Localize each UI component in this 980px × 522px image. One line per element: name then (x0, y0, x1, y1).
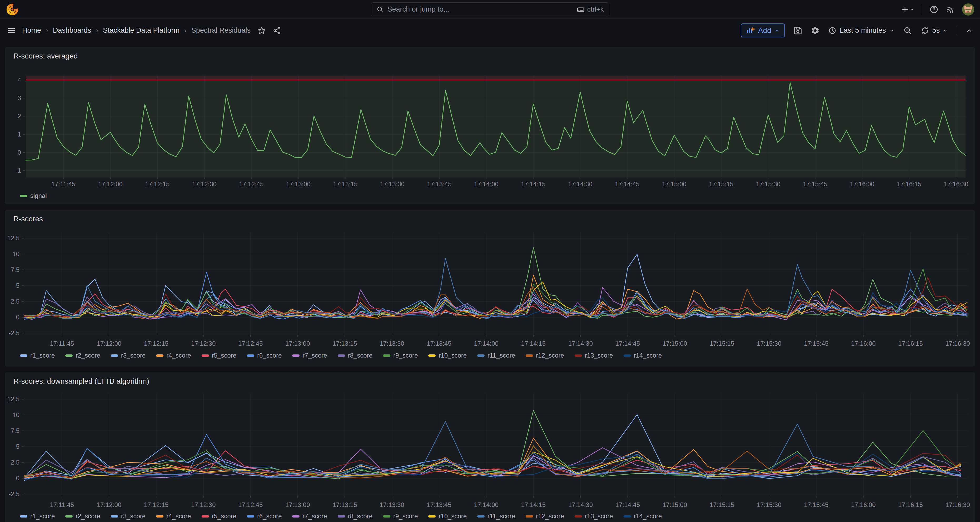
legend-label: r6_score (257, 352, 282, 359)
refresh-button[interactable] (921, 26, 929, 35)
legend-item-r9_score[interactable]: r9_score (383, 512, 418, 520)
x-tick-label: 17:15:30 (757, 501, 781, 508)
legend-item-r12_score[interactable]: r12_score (526, 512, 564, 520)
search-icon (376, 6, 384, 13)
legend-item-r4_score[interactable]: r4_score (156, 352, 191, 359)
legend-swatch (156, 515, 164, 517)
legend-item-r5_score[interactable]: r5_score (202, 352, 236, 359)
rscores-downsampled-chart[interactable]: -2.502.557.51012.517:11:4517:12:0017:12:… (5, 373, 975, 522)
legend-swatch (65, 515, 73, 517)
top-nav-bar: Search or jump to... ctrl+k (0, 0, 980, 19)
legend-item-r14_score[interactable]: r14_score (624, 512, 662, 520)
y-tick-label: 2 (18, 113, 21, 120)
rscores-averaged-chart[interactable]: -10123417:11:4517:12:0017:12:1517:12:301… (5, 48, 975, 204)
zoom-out-icon (903, 26, 912, 35)
x-tick-label: 17:15:00 (663, 501, 687, 508)
chevron-down-icon[interactable] (942, 28, 948, 34)
share-nodes-icon (273, 26, 281, 35)
legend-item-r12_score[interactable]: r12_score (526, 352, 564, 359)
y-tick-label: -2.5 (9, 329, 19, 337)
legend-item-r14_score[interactable]: r14_score (624, 352, 662, 359)
x-tick-label: 17:11:45 (51, 180, 75, 188)
time-range-picker[interactable]: Last 5 minutes (828, 26, 895, 35)
refresh-icon (921, 26, 929, 35)
legend-item-r3_score[interactable]: r3_score (111, 512, 146, 520)
zoom-out-time-button[interactable] (903, 26, 912, 35)
x-tick-label: 17:14:15 (521, 180, 546, 188)
legend-item-r9_score[interactable]: r9_score (383, 352, 418, 359)
legend-item-r10_score[interactable]: r10_score (428, 352, 467, 359)
chevron-down-icon (775, 28, 780, 33)
legend-item-r4_score[interactable]: r4_score (156, 512, 191, 520)
legend-swatch (247, 354, 254, 357)
x-tick-label: 17:16:00 (851, 340, 875, 347)
legend-swatch (526, 354, 533, 357)
share-button[interactable] (273, 26, 281, 35)
legend-item-r2_score[interactable]: r2_score (65, 512, 100, 520)
legend-label: r3_score (121, 512, 146, 520)
collapse-toolbar-button[interactable] (965, 27, 973, 35)
save-dashboard-button[interactable] (793, 26, 802, 35)
news-button[interactable] (946, 5, 955, 14)
legend-item-r10_score[interactable]: r10_score (428, 512, 467, 520)
legend-swatch (111, 515, 118, 517)
grafana-logo-icon[interactable] (6, 3, 18, 16)
nav-right-actions (901, 0, 974, 19)
legend-item-r7_score[interactable]: r7_score (292, 512, 327, 520)
y-tick-label: 7.5 (11, 266, 19, 273)
legend-item-r2_score[interactable]: r2_score (65, 352, 100, 359)
legend-item-r13_score[interactable]: r13_score (574, 512, 613, 520)
legend-item-r8_score[interactable]: r8_score (338, 352, 372, 359)
chevron-down-icon (909, 7, 915, 12)
help-button[interactable] (929, 5, 939, 14)
legend-item-r8_score[interactable]: r8_score (338, 512, 372, 520)
legend-item-r1_score[interactable]: r1_score (20, 512, 55, 520)
legend-item-r6_score[interactable]: r6_score (247, 352, 282, 359)
legend-item-r11_score[interactable]: r11_score (477, 352, 515, 359)
save-floppy-icon (793, 26, 802, 35)
legend-item-signal[interactable]: signal (20, 192, 47, 200)
legend-item-r5_score[interactable]: r5_score (202, 512, 236, 520)
x-tick-label: 17:13:45 (427, 340, 451, 347)
keyboard-icon (577, 6, 585, 13)
legend-label: r7_score (302, 352, 327, 359)
refresh-interval-label[interactable]: 5s (932, 26, 940, 35)
y-tick-label: 5 (16, 443, 19, 450)
breadcrumb-folder[interactable]: Stackable Data Platform (103, 26, 180, 35)
legend-label: r12_score (536, 512, 564, 520)
rscores-chart[interactable]: -2.502.557.51012.517:11:4517:12:0017:12:… (5, 211, 975, 367)
favorite-star-button[interactable] (258, 26, 266, 35)
legend-swatch (574, 515, 582, 517)
legend-item-r11_score[interactable]: r11_score (477, 512, 515, 520)
legend-swatch (428, 515, 436, 517)
panel-legend: r1_scorer2_scorer3_scorer4_scorer5_score… (20, 352, 662, 359)
dashboard-settings-button[interactable] (811, 26, 820, 35)
breadcrumb-home[interactable]: Home (22, 26, 41, 35)
legend-label: r1_score (30, 352, 55, 359)
legend-item-r13_score[interactable]: r13_score (574, 352, 613, 359)
x-tick-label: 17:14:00 (474, 180, 498, 188)
y-tick-label: 7.5 (11, 427, 19, 434)
legend-swatch (20, 354, 27, 357)
search-shortcut-label: ctrl+k (587, 5, 604, 13)
legend-swatch (202, 515, 209, 517)
legend-label: r13_score (585, 352, 613, 359)
user-avatar[interactable] (962, 3, 974, 16)
legend-swatch (156, 354, 164, 357)
y-tick-label: 4 (18, 77, 21, 83)
legend-swatch (383, 354, 390, 357)
mega-menu-toggle[interactable] (7, 26, 16, 35)
legend-item-r6_score[interactable]: r6_score (247, 512, 282, 520)
legend-swatch (247, 515, 254, 517)
legend-item-r1_score[interactable]: r1_score (20, 352, 55, 359)
new-plus-button[interactable] (901, 5, 915, 14)
time-range-label: Last 5 minutes (840, 26, 886, 35)
refresh-controls: 5s (921, 26, 948, 35)
x-tick-label: 17:13:30 (380, 340, 404, 347)
legend-label: r3_score (121, 352, 146, 359)
add-panel-button[interactable]: Add (741, 24, 785, 37)
legend-item-r7_score[interactable]: r7_score (292, 352, 327, 359)
search-input[interactable]: Search or jump to... ctrl+k (371, 2, 609, 16)
legend-item-r3_score[interactable]: r3_score (111, 352, 146, 359)
breadcrumb-dashboards[interactable]: Dashboards (53, 26, 91, 35)
